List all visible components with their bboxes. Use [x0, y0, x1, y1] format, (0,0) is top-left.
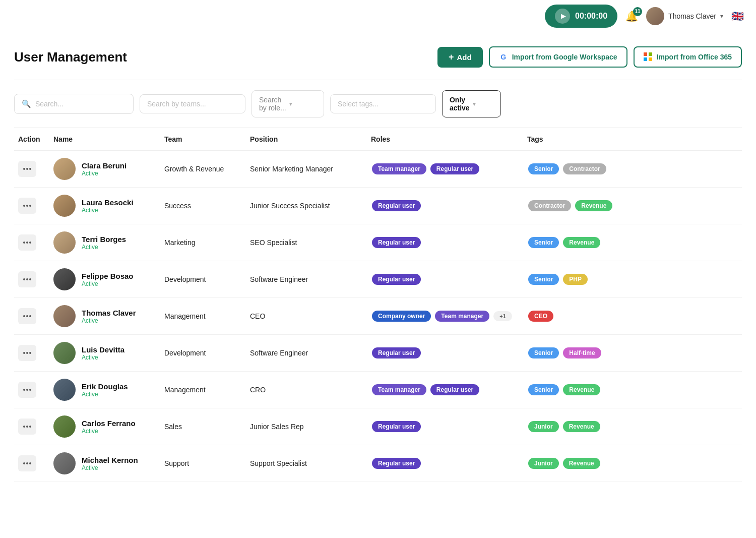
- col-name: Name: [49, 128, 160, 151]
- user-status-badge: Active: [82, 464, 138, 471]
- user-roles: Team managerRegular user: [367, 151, 523, 188]
- user-team: Marketing: [160, 224, 246, 261]
- user-full-name: Luis Devitta: [82, 345, 124, 354]
- user-info: Terri Borges Active: [82, 235, 126, 251]
- tag-badge: Contractor: [563, 163, 606, 174]
- search-input[interactable]: [35, 100, 126, 108]
- role-tag: +1: [493, 311, 512, 321]
- tags-search-input[interactable]: [338, 100, 428, 108]
- import-google-button[interactable]: G Import from Google Workspace: [489, 46, 627, 68]
- action-menu-button[interactable]: [18, 198, 36, 214]
- user-status-badge: Active: [82, 317, 136, 324]
- user-avatar: [646, 7, 664, 25]
- user-full-name: Terri Borges: [82, 235, 126, 244]
- user-tags: ContractorRevenue: [523, 188, 742, 224]
- active-filter[interactable]: Only active ▾: [442, 90, 501, 117]
- user-full-name: Laura Besocki: [82, 198, 134, 207]
- user-cell: Laura Besocki Active: [53, 195, 156, 217]
- page-header: User Management Add G Import from Google…: [0, 32, 756, 80]
- tags-filter[interactable]: [330, 94, 436, 113]
- col-position: Position: [246, 128, 367, 151]
- tag-badge: PHP: [563, 274, 588, 285]
- table-row: Michael Kernon Active SupportSupport Spe…: [14, 445, 742, 482]
- chevron-down-icon: ▾: [289, 101, 317, 107]
- role-tag: Regular user: [372, 347, 421, 358]
- action-menu-button[interactable]: [18, 345, 36, 361]
- user-cell: Terri Borges Active: [53, 231, 156, 254]
- user-full-name: Carlos Ferrano: [82, 419, 136, 428]
- user-team: Management: [160, 298, 246, 335]
- add-button[interactable]: Add: [437, 47, 483, 68]
- user-avatar: [53, 452, 76, 474]
- user-status-badge: Active: [82, 244, 126, 251]
- tag-badge: Revenue: [563, 421, 600, 432]
- user-position: Junior Success Specialist: [246, 188, 367, 224]
- search-icon: 🔍: [22, 99, 31, 108]
- role-tag: Regular user: [372, 274, 421, 285]
- tag-badge: Revenue: [563, 384, 600, 395]
- user-full-name: Clara Beruni: [82, 161, 127, 170]
- teams-filter[interactable]: [140, 94, 245, 113]
- user-avatar: [53, 195, 76, 217]
- topbar: 00:00:00 🔔 11 Thomas Claver ▾ 🇬🇧: [0, 0, 756, 32]
- table-row: Carlos Ferrano Active SalesJunior Sales …: [14, 408, 742, 445]
- user-name-label: Thomas Claver: [668, 12, 716, 20]
- action-menu-button[interactable]: [18, 455, 36, 471]
- user-status-badge: Active: [82, 280, 134, 287]
- page-title: User Management: [14, 49, 127, 65]
- table-row: Luis Devitta Active DevelopmentSoftware …: [14, 335, 742, 372]
- user-tags: SeniorPHP: [523, 261, 742, 298]
- col-action: Action: [14, 128, 49, 151]
- user-cell: Thomas Claver Active: [53, 305, 156, 327]
- user-team: Success: [160, 188, 246, 224]
- notifications-bell[interactable]: 🔔 11: [625, 10, 638, 22]
- table-header-row: Action Name Team Position Roles Tags: [14, 128, 742, 151]
- user-tags: JuniorRevenue: [523, 408, 742, 445]
- user-roles: Regular user: [367, 408, 523, 445]
- tag-badge: Senior: [528, 163, 559, 174]
- import-office-button[interactable]: Import from Office 365: [634, 46, 742, 68]
- user-position: SEO Specialist: [246, 224, 367, 261]
- action-menu-button[interactable]: [18, 271, 36, 287]
- user-tags: SeniorContractor: [523, 151, 742, 188]
- role-filter[interactable]: Search by role... ▾: [251, 90, 324, 117]
- user-menu[interactable]: Thomas Claver ▾: [646, 7, 723, 25]
- role-tag: Regular user: [430, 163, 479, 174]
- user-cell: Luis Devitta Active: [53, 342, 156, 364]
- user-avatar: [53, 415, 76, 438]
- timer-button[interactable]: 00:00:00: [545, 5, 617, 28]
- table-row: Felippe Bosao Active DevelopmentSoftware…: [14, 261, 742, 298]
- tag-badge: Revenue: [563, 458, 600, 469]
- user-cell: Erik Douglas Active: [53, 379, 156, 401]
- user-info: Erik Douglas Active: [82, 382, 128, 398]
- role-tag: Team manager: [435, 311, 489, 322]
- header-actions: Add G Import from Google Workspace Impor…: [437, 46, 742, 68]
- table-row: Thomas Claver Active ManagementCEOCompan…: [14, 298, 742, 335]
- user-team: Growth & Revenue: [160, 151, 246, 188]
- action-menu-button[interactable]: [18, 234, 36, 251]
- play-icon: [555, 9, 570, 24]
- user-position: Software Engineer: [246, 261, 367, 298]
- teams-search-input[interactable]: [147, 100, 238, 108]
- action-menu-button[interactable]: [18, 382, 36, 398]
- action-menu-button[interactable]: [18, 161, 36, 177]
- active-filter-label: Only active: [450, 96, 470, 112]
- user-position: CRO: [246, 372, 367, 408]
- table-row: Clara Beruni Active Growth & RevenueSeni…: [14, 151, 742, 188]
- user-tags: SeniorRevenue: [523, 372, 742, 408]
- language-flag[interactable]: 🇬🇧: [731, 10, 744, 22]
- action-menu-button[interactable]: [18, 308, 36, 324]
- user-team: Development: [160, 335, 246, 372]
- user-info: Thomas Claver Active: [82, 309, 136, 324]
- tag-badge: Revenue: [563, 237, 600, 248]
- action-menu-button[interactable]: [18, 419, 36, 435]
- user-info: Clara Beruni Active: [82, 161, 127, 177]
- user-avatar: [53, 158, 76, 180]
- user-position: CEO: [246, 298, 367, 335]
- user-status-badge: Active: [82, 391, 128, 398]
- user-team: Sales: [160, 408, 246, 445]
- tag-badge: Junior: [528, 421, 559, 432]
- user-cell: Clara Beruni Active: [53, 158, 156, 180]
- user-team: Support: [160, 445, 246, 482]
- user-status-badge: Active: [82, 354, 124, 361]
